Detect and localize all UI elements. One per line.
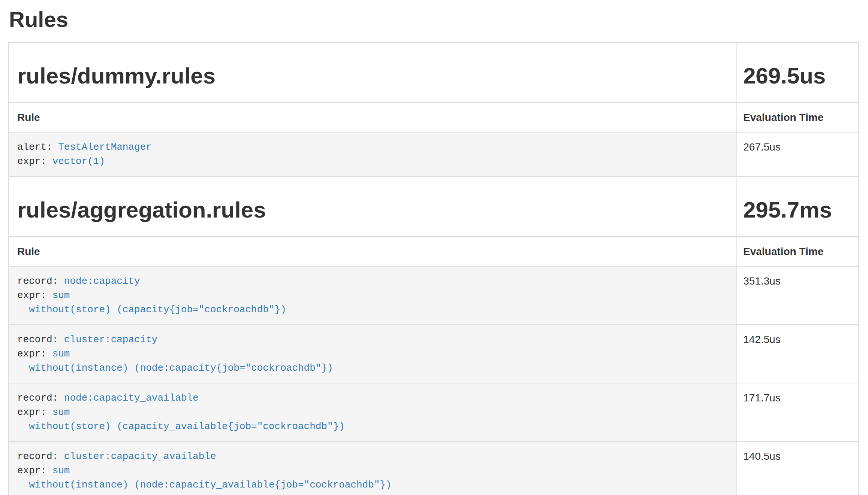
- rule-code: record: cluster:capacity expr: sum witho…: [17, 332, 728, 375]
- rule-expression-link[interactable]: sum: [52, 290, 70, 301]
- rule-expression-link[interactable]: node:capacity_available: [64, 392, 199, 404]
- rule-expression-link[interactable]: vector(1): [52, 156, 105, 167]
- rule-expression-link[interactable]: without(store) (capacity{job="cockroachd…: [29, 304, 286, 315]
- column-header-row: Rule Evaluation Time: [9, 103, 859, 132]
- rule-column-header: Rule: [9, 237, 737, 266]
- rule-expression-link[interactable]: without(instance) (node:capacity_availab…: [29, 479, 391, 491]
- rule-keyword: alert:: [17, 142, 58, 153]
- rule-keyword: expr:: [17, 290, 52, 301]
- rule-expression-link[interactable]: without(store) (capacity_available{job="…: [29, 421, 345, 432]
- rule-code: alert: TestAlertManager expr: vector(1): [17, 140, 728, 168]
- rule-keyword: expr:: [17, 348, 52, 359]
- rule-keyword: [17, 362, 29, 374]
- rule-keyword: record:: [17, 451, 64, 462]
- evaluation-time-column-header: Evaluation Time: [737, 103, 859, 132]
- rule-expression-link[interactable]: sum: [52, 407, 70, 418]
- rule-group-file-cell: rules/dummy.rules: [9, 42, 737, 103]
- rule-evaluation-time: 267.5us: [737, 132, 859, 176]
- rule-group-header-row: rules/aggregation.rules 295.7ms: [9, 176, 859, 237]
- rule-definition-cell: alert: TestAlertManager expr: vector(1): [9, 132, 737, 176]
- rule-evaluation-time: 140.5us: [737, 441, 859, 495]
- rule-group-evaluation-total: 295.7ms: [743, 198, 852, 222]
- rule-expression-link[interactable]: sum: [52, 465, 70, 476]
- rule-evaluation-time: 171.7us: [737, 383, 859, 441]
- rule-expression-link[interactable]: TestAlertManager: [58, 142, 152, 153]
- rule-definition-cell: record: cluster:capacity expr: sum witho…: [9, 325, 737, 383]
- rule-row: record: cluster:capacity expr: sum witho…: [9, 325, 859, 383]
- rule-keyword: expr:: [17, 407, 52, 418]
- rule-expression-link[interactable]: cluster:capacity_available: [64, 451, 216, 462]
- rule-group-total-cell: 269.5us: [737, 42, 859, 103]
- rule-definition-cell: record: cluster:capacity_available expr:…: [9, 441, 737, 495]
- rule-group-header-row: rules/dummy.rules 269.5us: [9, 42, 859, 103]
- rule-group-total-cell: 295.7ms: [737, 176, 859, 237]
- rules-page: Rules rules/dummy.rules 269.5us Rule Eva…: [8, 7, 858, 495]
- rule-keyword: [17, 479, 29, 491]
- rule-expression-link[interactable]: without(instance) (node:capacity{job="co…: [29, 362, 333, 374]
- rule-definition-cell: record: node:capacity_available expr: su…: [9, 383, 737, 441]
- rule-group-evaluation-total: 269.5us: [743, 64, 852, 88]
- rules-table: rules/dummy.rules 269.5us Rule Evaluatio…: [8, 42, 859, 495]
- rule-expression-link[interactable]: cluster:capacity: [64, 334, 158, 345]
- rule-evaluation-time: 351.3us: [737, 266, 859, 325]
- rule-code: record: node:capacity expr: sum without(…: [17, 274, 728, 317]
- rule-row: record: cluster:capacity_available expr:…: [9, 441, 859, 495]
- rule-code: record: node:capacity_available expr: su…: [17, 391, 728, 434]
- rule-expression-link[interactable]: node:capacity: [64, 276, 140, 287]
- page-title: Rules: [9, 7, 858, 31]
- rule-evaluation-time: 142.5us: [737, 325, 859, 383]
- rule-row: alert: TestAlertManager expr: vector(1) …: [9, 132, 859, 176]
- rule-definition-cell: record: node:capacity expr: sum without(…: [9, 266, 737, 325]
- rule-group-file-name: rules/dummy.rules: [17, 64, 728, 88]
- evaluation-time-column-header: Evaluation Time: [737, 237, 859, 266]
- rule-keyword: [17, 304, 29, 315]
- rule-code: record: cluster:capacity_available expr:…: [17, 449, 728, 492]
- rule-group-file-cell: rules/aggregation.rules: [9, 176, 737, 237]
- rule-keyword: expr:: [17, 465, 52, 476]
- rule-column-header: Rule: [9, 103, 737, 132]
- rule-group-file-name: rules/aggregation.rules: [17, 198, 728, 222]
- rule-keyword: [17, 421, 29, 432]
- column-header-row: Rule Evaluation Time: [9, 237, 859, 266]
- rule-keyword: expr:: [17, 156, 52, 167]
- rule-keyword: record:: [17, 334, 64, 345]
- rule-row: record: node:capacity expr: sum without(…: [9, 266, 859, 325]
- rule-keyword: record:: [17, 276, 64, 287]
- rules-table-body: rules/dummy.rules 269.5us Rule Evaluatio…: [9, 42, 859, 495]
- rule-expression-link[interactable]: sum: [52, 348, 70, 359]
- rule-keyword: record:: [17, 392, 64, 404]
- rule-row: record: node:capacity_available expr: su…: [9, 383, 859, 441]
